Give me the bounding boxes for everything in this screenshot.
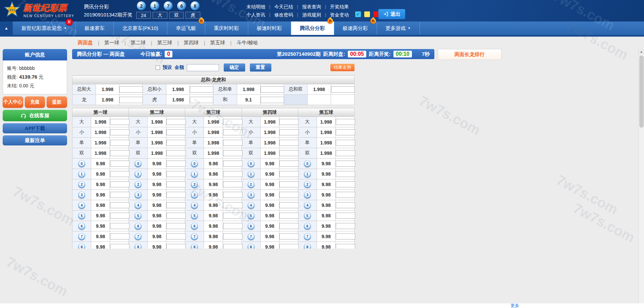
bet-amount-input[interactable]: [119, 86, 143, 93]
bet-amount-input[interactable]: [223, 140, 243, 146]
bet-amount-input[interactable]: [110, 202, 129, 208]
bet-amount-input[interactable]: [279, 119, 299, 125]
bet-amount-input[interactable]: [166, 213, 186, 219]
bet-amount-input[interactable]: [279, 223, 299, 229]
bet-amount-input[interactable]: [336, 129, 355, 135]
bet-amount-input[interactable]: [110, 223, 129, 229]
bet-amount-input[interactable]: [279, 140, 299, 146]
bet-amount-input[interactable]: [279, 181, 299, 187]
bet-amount-input[interactable]: [166, 171, 186, 177]
bet-amount-input[interactable]: [166, 161, 186, 167]
vertical-scrollbar[interactable]: ▲: [638, 49, 644, 303]
bet-amount-input[interactable]: [223, 119, 243, 125]
bet-amount-input[interactable]: [279, 150, 299, 156]
app-download-button[interactable]: APP下载: [3, 123, 67, 133]
result-trend-button[interactable]: 结果走势: [330, 64, 355, 71]
bet-amount-input[interactable]: [166, 129, 186, 135]
scrollbar-thumb[interactable]: [639, 55, 644, 128]
latest-orders-button[interactable]: 最新注单: [3, 135, 67, 145]
nav-item[interactable]: 新世纪彩票欢迎您▼新: [13, 21, 76, 35]
bet-amount-input[interactable]: [110, 171, 129, 177]
bet-amount-input[interactable]: [336, 140, 355, 146]
bet-amount-input[interactable]: [279, 213, 299, 219]
preset-checkbox[interactable]: [156, 65, 160, 70]
bet-amount-input[interactable]: [261, 86, 284, 93]
subnav-item[interactable]: 第五球: [210, 40, 226, 46]
bet-amount-input[interactable]: [223, 129, 243, 135]
nav-item[interactable]: 腾讯分分彩热: [291, 21, 334, 35]
menu-link-3[interactable]: 报表查询: [298, 3, 325, 11]
nav-item[interactable]: 北京赛车(PK10): [114, 21, 167, 35]
more-link[interactable]: 更多: [511, 303, 519, 308]
bet-amount-input[interactable]: [110, 119, 129, 125]
bet-amount-input[interactable]: [336, 119, 355, 125]
theme-swatch[interactable]: ✓: [355, 11, 361, 17]
nav-item[interactable]: 极速赛车: [76, 21, 114, 35]
bet-amount-input[interactable]: [110, 192, 129, 198]
amount-input[interactable]: [187, 64, 219, 71]
bet-amount-input[interactable]: [166, 181, 186, 187]
bet-amount-input[interactable]: [279, 129, 299, 135]
bet-amount-input[interactable]: [223, 192, 243, 198]
bet-amount-input[interactable]: [110, 244, 129, 249]
bet-amount-input[interactable]: [110, 233, 129, 239]
confirm-button[interactable]: 确定: [224, 63, 245, 72]
bet-amount-input[interactable]: [336, 161, 355, 167]
bet-amount-input[interactable]: [223, 161, 243, 167]
bet-amount-input[interactable]: [166, 119, 186, 125]
bet-amount-input[interactable]: [166, 244, 186, 249]
bet-amount-input[interactable]: [166, 223, 186, 229]
bet-amount-input[interactable]: [223, 244, 243, 249]
logout-button[interactable]: 退出: [378, 9, 405, 19]
bet-amount-input[interactable]: [166, 140, 186, 146]
menu-link-1[interactable]: 个人资讯: [243, 11, 269, 19]
nav-collapse-button[interactable]: ▲: [0, 21, 13, 35]
bet-amount-input[interactable]: [336, 192, 355, 198]
bet-amount-input[interactable]: [110, 161, 129, 167]
bet-amount-input[interactable]: [279, 244, 299, 249]
bet-amount-input[interactable]: [110, 140, 129, 146]
bet-amount-input[interactable]: [336, 223, 355, 229]
bet-amount-input[interactable]: [223, 202, 243, 208]
nav-item[interactable]: 更多游戏▼: [377, 21, 420, 35]
bet-amount-input[interactable]: [110, 213, 129, 219]
subnav-item[interactable]: 第三球: [157, 40, 173, 46]
bet-amount-input[interactable]: [279, 233, 299, 239]
nav-item[interactable]: 极速时时彩: [248, 21, 291, 35]
menu-link-3[interactable]: 游戏规则: [298, 11, 325, 19]
nav-item[interactable]: 重庆时时彩: [205, 21, 248, 35]
subnav-item[interactable]: 第一球: [104, 40, 120, 46]
bet-amount-input[interactable]: [336, 181, 355, 187]
bet-amount-input[interactable]: [336, 213, 355, 219]
bet-amount-input[interactable]: [336, 233, 355, 239]
bet-amount-input[interactable]: [166, 192, 186, 198]
sidebar-action-button[interactable]: 个人中心: [3, 96, 23, 108]
sidebar-action-button[interactable]: 充值: [25, 96, 45, 108]
bet-amount-input[interactable]: [336, 202, 355, 208]
menu-link-1[interactable]: 未结明细: [243, 3, 269, 11]
bet-amount-input[interactable]: [336, 171, 355, 177]
scroll-up-arrow[interactable]: ▲: [639, 49, 644, 54]
nav-item[interactable]: 极速两分彩热: [334, 21, 377, 35]
bet-amount-input[interactable]: [279, 161, 299, 167]
reset-button[interactable]: 重置: [250, 63, 271, 72]
bet-amount-input[interactable]: [223, 233, 243, 239]
bet-amount-input[interactable]: [279, 192, 299, 198]
subnav-item[interactable]: 第四球: [183, 40, 200, 46]
menu-link-4[interactable]: 开奖结果: [326, 3, 353, 11]
subnav-item[interactable]: 第二球: [130, 40, 147, 46]
bet-amount-input[interactable]: [261, 97, 284, 103]
bet-amount-input[interactable]: [223, 223, 243, 229]
two-side-ranking-button[interactable]: 两面长龙排行: [438, 49, 501, 60]
online-service-button[interactable]: 在线客服: [3, 110, 67, 121]
bet-amount-input[interactable]: [110, 150, 129, 156]
bet-amount-input[interactable]: [279, 171, 299, 177]
bet-amount-input[interactable]: [223, 181, 243, 187]
bet-amount-input[interactable]: [331, 86, 355, 93]
bet-amount-input[interactable]: [190, 86, 213, 93]
theme-swatch[interactable]: [364, 11, 370, 17]
sidebar-action-button[interactable]: 提款: [47, 96, 67, 108]
bet-amount-input[interactable]: [223, 171, 243, 177]
menu-link-2[interactable]: 修改密码: [270, 11, 297, 19]
bet-amount-input[interactable]: [110, 181, 129, 187]
